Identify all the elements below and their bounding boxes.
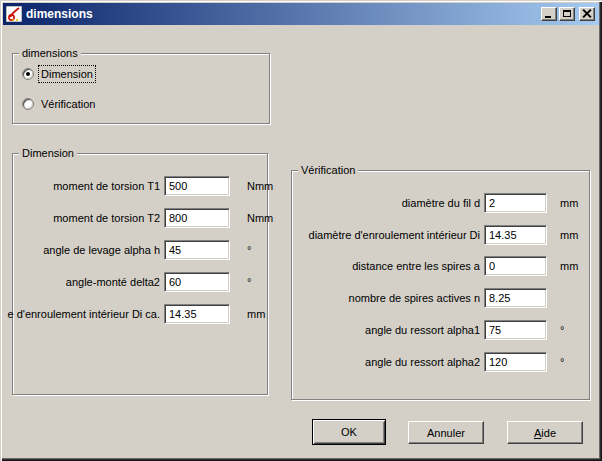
unit-alpha-h: ° <box>247 243 287 257</box>
unit-di-ca: mm <box>247 307 287 321</box>
field-label-alpha1: angle du ressort alpha1 <box>260 323 480 337</box>
input-alpha1[interactable] <box>484 320 547 340</box>
window-title: dimensions <box>26 7 541 21</box>
unit-di: mm <box>560 228 590 242</box>
input-spires-a[interactable] <box>484 256 547 276</box>
input-delta2[interactable] <box>164 272 230 292</box>
input-di-ca[interactable] <box>164 304 230 324</box>
input-fil-d[interactable] <box>484 193 547 213</box>
unit-delta2: ° <box>247 275 287 289</box>
input-t2[interactable] <box>164 208 230 228</box>
unit-t1: Nmm <box>247 179 287 193</box>
field-label-t1: moment de torsion T1 <box>0 179 160 193</box>
field-label-delta2: angle-monté delta2 <box>0 275 160 289</box>
radio-verification[interactable] <box>22 98 34 110</box>
radio-row-dimension[interactable]: Dimension <box>22 66 95 82</box>
titlebar[interactable]: dimensions <box>3 3 599 25</box>
field-label-spires-a: distance entre les spires a <box>260 259 480 273</box>
field-label-fil-d: diamètre du fil d <box>260 196 480 210</box>
cancel-button-label: Annuler <box>427 427 465 439</box>
unit-spires-n <box>560 291 590 305</box>
minimize-icon <box>545 16 551 18</box>
help-button[interactable]: Aide <box>507 421 583 444</box>
minimize-button[interactable] <box>541 7 557 21</box>
close-button[interactable] <box>579 7 595 21</box>
spring-icon[interactable] <box>6 6 22 22</box>
unit-alpha1: ° <box>560 323 590 337</box>
field-label-spires-n: nombre de spires actives n <box>260 291 480 305</box>
input-spires-n[interactable] <box>484 288 547 308</box>
field-label-di-ca: e d'enroulement intérieur Di ca. <box>0 307 160 321</box>
radio-verification-label[interactable]: Vérification <box>39 96 97 112</box>
field-label-alpha2: angle du ressort alpha2 <box>260 355 480 369</box>
ok-button-label: OK <box>341 426 357 438</box>
radio-dimension-label[interactable]: Dimension <box>39 66 95 82</box>
unit-spires-a: mm <box>560 259 590 273</box>
help-button-label: Aide <box>534 427 556 439</box>
dimension-group-label: Dimension <box>19 146 77 160</box>
field-label-di: diamètre d'enroulement intérieur Di <box>260 228 480 242</box>
input-alpha-h[interactable] <box>164 240 230 260</box>
maximize-icon <box>563 10 571 17</box>
field-label-alpha-h: angle de levage alpha h <box>0 243 160 257</box>
dialog-window: dimensions dimensions Dimension Vérifica… <box>0 0 602 461</box>
input-t1[interactable] <box>164 176 230 196</box>
radio-row-verification[interactable]: Vérification <box>22 96 97 112</box>
unit-alpha2: ° <box>560 355 590 369</box>
maximize-button[interactable] <box>559 7 575 21</box>
input-di[interactable] <box>484 225 547 245</box>
cancel-button[interactable]: Annuler <box>408 421 484 444</box>
close-icon <box>582 9 592 18</box>
unit-t2: Nmm <box>247 211 287 225</box>
input-alpha2[interactable] <box>484 352 547 372</box>
mode-groupbox: dimensions Dimension Vérification <box>12 53 270 124</box>
ok-button[interactable]: OK <box>312 419 386 445</box>
radio-dimension[interactable] <box>22 68 34 80</box>
field-label-t2: moment de torsion T2 <box>0 211 160 225</box>
unit-fil-d: mm <box>560 196 590 210</box>
verification-group-label: Vérification <box>298 163 358 177</box>
mode-group-label: dimensions <box>19 46 81 60</box>
